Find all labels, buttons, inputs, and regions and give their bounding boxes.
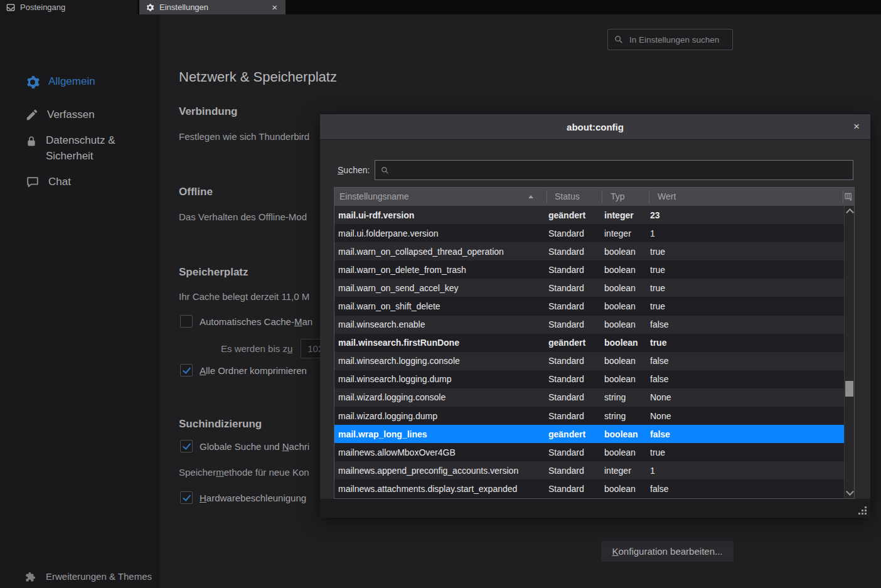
pref-typ: integer — [604, 228, 631, 238]
config-search-box — [375, 160, 853, 180]
dialog-close-icon[interactable]: × — [851, 114, 862, 139]
tab-posteingang[interactable]: Posteingang — [0, 0, 137, 14]
global-search-checkbox[interactable] — [180, 440, 193, 452]
section-heading-offline: Offline — [179, 186, 213, 198]
pref-row[interactable]: mail.warn_on_collapsed_thread_operationS… — [334, 242, 844, 260]
sidebar-item-label: Chat — [48, 174, 71, 190]
dialog-footer — [320, 499, 870, 518]
pref-name: mail.ui-rdf.version — [338, 210, 414, 220]
pref-status: Standard — [548, 447, 584, 457]
hardware-accel-row: Hardwarebeschleunigung — [180, 491, 306, 504]
pref-row[interactable]: mail.wizard.logging.consoleStandardstrin… — [334, 388, 844, 407]
pref-name: mailnews.allowMboxOver4GB — [338, 447, 456, 457]
pref-row[interactable]: mail.wizard.logging.dumpStandardstringNo… — [334, 407, 844, 425]
section-heading-speicherplatz: Speicherplatz — [179, 266, 248, 279]
vertical-scrollbar[interactable] — [844, 206, 854, 498]
settings-sidebar: Allgemein Verfassen Datenschutz & Sicher… — [0, 14, 160, 588]
section-heading-suchindizierung: Suchindizierung — [179, 418, 262, 430]
sidebar-item-datenschutz[interactable]: Datenschutz & Sicherheit — [25, 132, 137, 164]
pref-typ: boolean — [604, 247, 636, 257]
pref-row[interactable]: mail.winsearch.logging.dumpStandardboole… — [334, 370, 844, 388]
config-search-input[interactable] — [393, 164, 847, 176]
edit-config-button[interactable]: Konfiguration bearbeiten... — [601, 541, 734, 562]
pref-row[interactable]: mail.winsearch.logging.consoleStandardbo… — [334, 352, 844, 370]
pref-name: mail.wizard.logging.console — [338, 392, 446, 402]
pref-status: Standard — [548, 411, 584, 421]
pref-status: Standard — [548, 356, 584, 366]
sidebar-item-verfassen[interactable]: Verfassen — [25, 107, 95, 122]
section-heading-verbindung: Verbindung — [179, 105, 238, 118]
scroll-down-icon[interactable] — [846, 488, 854, 496]
pref-wert: true — [650, 265, 665, 275]
pref-name: mail.wizard.logging.dump — [338, 411, 437, 421]
pref-typ: boolean — [604, 319, 636, 329]
column-divider — [843, 190, 843, 203]
pref-wert: true — [650, 447, 665, 457]
sort-asc-icon — [528, 195, 533, 198]
pref-row[interactable]: mailnews.allowMboxOver4GBStandardboolean… — [334, 443, 844, 461]
pref-row[interactable]: mail.warn_on_shift_deleteStandardboolean… — [334, 297, 844, 315]
pref-wert: None — [650, 392, 671, 402]
auto-cache-row: Automatisches Cache-Man — [180, 315, 312, 328]
column-picker-icon[interactable] — [845, 193, 853, 201]
global-search-row: Globale Suche und Nachri — [180, 440, 309, 452]
lock-icon — [25, 134, 38, 149]
sidebar-item-chat[interactable]: Chat — [25, 174, 71, 190]
column-header-typ[interactable]: Typ — [611, 191, 625, 201]
sidebar-item-erweiterungen[interactable]: Erweiterungen & Themes — [25, 570, 152, 582]
tab-close-icon[interactable]: × — [270, 3, 279, 12]
pref-row[interactable]: mail.ui-rdf.versiongeändertinteger23 — [334, 206, 844, 224]
pref-status: Standard — [548, 283, 584, 293]
pref-status: Standard — [548, 319, 584, 329]
pref-status: Standard — [548, 247, 584, 257]
column-divider — [547, 190, 547, 203]
resize-grip-icon[interactable] — [858, 506, 867, 515]
pref-wert: true — [650, 283, 665, 293]
pref-row[interactable]: mail.warn_on_send_accel_keyStandardboole… — [334, 279, 844, 297]
scrollbar-thumb[interactable] — [845, 381, 853, 397]
tab-bar: Posteingang Einstellungen × — [0, 0, 881, 14]
pref-wert: false — [650, 356, 669, 366]
config-search-label: Suchen: — [338, 165, 370, 175]
tab-einstellungen[interactable]: Einstellungen × — [139, 0, 286, 14]
settings-search-box — [607, 29, 733, 50]
config-table-header: Einstellungsname Status Typ Wert — [334, 188, 854, 206]
pref-row[interactable]: mail.warn_on_delete_from_trashStandardbo… — [334, 260, 844, 279]
column-header-einstellungsname[interactable]: Einstellungsname — [339, 191, 409, 201]
pref-name: mail.warn_on_collapsed_thread_operation — [338, 247, 504, 257]
about-config-dialog: about:config × Suchen: Einstellungsname … — [320, 114, 870, 518]
sidebar-item-label: Allgemein — [48, 73, 95, 89]
pref-typ: integer — [604, 210, 634, 220]
pref-status: Standard — [548, 265, 584, 275]
global-search-label: Globale Suche und Nachri — [200, 441, 309, 452]
sidebar-item-allgemein[interactable]: Allgemein — [25, 73, 95, 90]
pref-row[interactable]: mail.ui.folderpane.versionStandardintege… — [334, 224, 844, 242]
config-table-body: mail.ui-rdf.versiongeändertinteger23mail… — [334, 206, 844, 498]
pref-wert: 23 — [650, 210, 660, 220]
pref-status: Standard — [548, 484, 584, 494]
pref-row[interactable]: mailnews.attachments.display.start_expan… — [334, 479, 844, 498]
hardware-accel-checkbox[interactable] — [180, 491, 193, 504]
pref-wert: true — [650, 247, 665, 257]
scroll-up-icon[interactable] — [846, 208, 854, 216]
pref-typ: string — [604, 392, 626, 402]
pref-name: mail.winsearch.logging.dump — [338, 374, 452, 384]
column-header-status[interactable]: Status — [555, 191, 580, 201]
pref-typ: boolean — [604, 447, 636, 457]
settings-search-input[interactable] — [628, 35, 726, 45]
pref-typ: boolean — [604, 265, 636, 275]
pref-row[interactable]: mailnews.append_preconfig_accounts.versi… — [334, 461, 844, 479]
pref-row[interactable]: mail.wrap_long_linesgeändertbooleanfalse — [334, 425, 844, 443]
pref-wert: true — [650, 301, 665, 311]
pref-typ: boolean — [604, 429, 638, 439]
pref-name: mail.wrap_long_lines — [338, 429, 427, 439]
compact-folders-checkbox[interactable] — [180, 364, 193, 377]
pref-row[interactable]: mail.winsearch.firstRunDonegeändertboole… — [334, 334, 844, 352]
pref-name: mail.warn_on_shift_delete — [338, 301, 440, 311]
pref-typ: boolean — [604, 338, 638, 348]
pref-row[interactable]: mail.winsearch.enableStandardbooleanfals… — [334, 316, 844, 334]
pref-status: Standard — [548, 228, 584, 238]
pref-name: mail.ui.folderpane.version — [338, 228, 439, 238]
column-header-wert[interactable]: Wert — [658, 191, 676, 201]
auto-cache-checkbox[interactable] — [180, 315, 193, 328]
